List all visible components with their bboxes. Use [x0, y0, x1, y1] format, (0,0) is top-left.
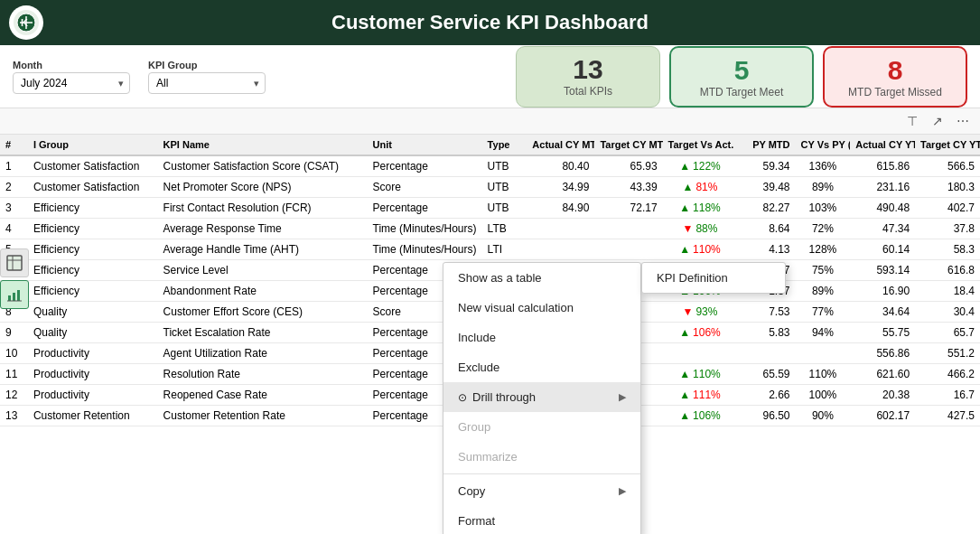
cell-unit: Score — [368, 177, 482, 198]
col-header-target-cy-mtd: Target CY MTD — [594, 135, 662, 155]
cell-name: Service Level — [158, 260, 368, 281]
context-menu-show-as-table[interactable]: Show as a table — [443, 263, 640, 293]
cell-vs: ▲ 111% — [663, 385, 738, 406]
cell-actual-cy-ytd: 20.38 — [850, 385, 915, 406]
cell-actual-cy-ytd: 490.48 — [850, 198, 915, 219]
cell-actual-cy-mtd — [527, 219, 594, 239]
cell-group: Productivity — [28, 343, 158, 364]
cell-cy-vs-py: 90% — [796, 406, 851, 426]
context-menu-exclude[interactable]: Exclude — [443, 352, 640, 382]
month-select[interactable]: July 2024 — [13, 72, 130, 94]
kpi-card-total: 13 Total KPIs — [516, 46, 660, 108]
month-select-wrapper[interactable]: July 2024 — [13, 72, 130, 94]
cell-num: 2 — [0, 177, 28, 198]
cell-vs: ▲ 110% — [663, 239, 738, 260]
col-header-type: Type — [482, 135, 527, 155]
cell-target-cy-mtd: 72.17 — [594, 198, 662, 219]
kpi-group-select[interactable]: All — [148, 72, 266, 94]
context-menu-format[interactable]: Format — [443, 506, 640, 534]
cell-target-cy-ytd: 16.7 — [915, 385, 980, 406]
filter-toolbar-icon[interactable]: ⊤ — [902, 111, 922, 131]
svg-rect-9 — [17, 290, 20, 301]
cell-actual-cy-mtd: 34.99 — [527, 177, 594, 198]
cell-vs: ▲ 106% — [663, 406, 738, 426]
cell-group: Efficiency — [28, 239, 158, 260]
table-row[interactable]: 5 Efficiency Average Handle Time (AHT) T… — [0, 239, 980, 260]
cell-actual-cy-ytd: 34.64 — [850, 302, 915, 323]
cell-cy-vs-py: 72% — [796, 219, 851, 239]
cell-target-cy-ytd: 30.4 — [915, 302, 980, 323]
col-header-unit: Unit — [368, 135, 482, 155]
cell-target-cy-ytd: 180.3 — [915, 177, 980, 198]
cell-py-mtd: 2.66 — [737, 385, 795, 406]
table-row[interactable]: 4 Efficiency Average Response Time Time … — [0, 219, 980, 239]
cell-name: Resolution Rate — [158, 364, 368, 385]
cell-actual-cy-mtd — [527, 239, 594, 260]
col-header-cy-vs-py: CY Vs PY (MTD) — [796, 135, 851, 155]
cell-name: First Contact Resolution (FCR) — [158, 198, 368, 219]
table-row[interactable]: 1 Customer Satisfaction Customer Satisfa… — [0, 155, 980, 177]
cell-target-cy-ytd: 58.3 — [915, 239, 980, 260]
cell-name: Customer Retention Rate — [158, 406, 368, 426]
side-icon-table[interactable] — [0, 248, 29, 277]
context-menu-include[interactable]: Include — [443, 323, 640, 352]
context-menu-drill-through[interactable]: ⊙Drill through ▶ — [443, 382, 640, 412]
kpi-group-label: KPI Group — [148, 60, 266, 70]
cell-name: Reopened Case Rate — [158, 385, 368, 406]
cell-group: Efficiency — [28, 281, 158, 302]
side-icon-chart[interactable] — [0, 280, 29, 309]
kpi-card-missed: 8 MTD Target Missed — [823, 46, 967, 108]
col-header-target-ytd: Target CY YTD — [915, 135, 980, 155]
cell-num: 4 — [0, 219, 28, 239]
cell-cy-vs-py: 94% — [796, 323, 851, 343]
cell-group: Customer Satisfaction — [28, 155, 158, 177]
copy-arrow: ▶ — [619, 485, 626, 497]
cell-num: 11 — [0, 364, 28, 385]
export-toolbar-icon[interactable]: ↗ — [928, 111, 947, 131]
kpi-card-meet: 5 MTD Target Meet — [669, 46, 814, 108]
cell-num: 1 — [0, 155, 28, 177]
context-menu[interactable]: Show as a table New visual calculation I… — [443, 262, 641, 534]
cell-cy-vs-py: 136% — [796, 155, 851, 177]
cell-group: Quality — [28, 302, 158, 323]
kpi-group-select-wrapper[interactable]: All — [148, 72, 266, 94]
cell-py-mtd: 39.48 — [737, 177, 795, 198]
cell-name: Ticket Escalation Rate — [158, 323, 368, 343]
table-row[interactable]: 2 Customer Satisfaction Net Promoter Sco… — [0, 177, 980, 198]
svg-rect-7 — [8, 295, 11, 301]
more-toolbar-icon[interactable]: ⋯ — [953, 111, 973, 131]
cell-actual-cy-ytd: 615.86 — [850, 155, 915, 177]
cell-target-cy-ytd: 566.5 — [915, 155, 980, 177]
cell-type: UTB — [482, 198, 527, 219]
cell-actual-cy-ytd: 556.86 — [850, 343, 915, 364]
cell-vs: ▼ 88% — [663, 219, 738, 239]
page-title: Customer Service KPI Dashboard — [331, 11, 649, 34]
context-menu-copy[interactable]: Copy ▶ — [443, 476, 640, 506]
kpi-meet-number: 5 — [689, 55, 794, 86]
cell-cy-vs-py — [796, 343, 851, 364]
cell-type: UTB — [482, 155, 527, 177]
cell-name: Customer Effort Score (CES) — [158, 302, 368, 323]
cell-py-mtd: 96.50 — [737, 406, 795, 426]
kpi-missed-number: 8 — [843, 55, 947, 86]
header: K Customer Service KPI Dashboard — [0, 0, 980, 45]
cell-target-cy-ytd: 551.2 — [915, 343, 980, 364]
submenu-kpi-definition[interactable]: KPI Definition — [642, 263, 785, 293]
svg-rect-8 — [13, 293, 15, 301]
kpi-meet-label: MTD Target Meet — [689, 86, 794, 98]
cell-target-cy-ytd: 616.8 — [915, 260, 980, 281]
cell-vs: ▼ 93% — [663, 302, 738, 323]
cell-group: Efficiency — [28, 219, 158, 239]
cell-py-mtd: 59.34 — [737, 155, 795, 177]
cell-name: Agent Utilization Rate — [158, 343, 368, 364]
table-row[interactable]: 3 Efficiency First Contact Resolution (F… — [0, 198, 980, 219]
drill-through-submenu[interactable]: KPI Definition — [641, 262, 786, 294]
cell-actual-cy-ytd: 60.14 — [850, 239, 915, 260]
cell-num: 13 — [0, 406, 28, 426]
cell-type: LTI — [482, 239, 527, 260]
col-header-actual-cy-mtd: Actual CY MTD — [527, 135, 594, 155]
context-menu-new-visual-calc[interactable]: New visual calculation — [443, 293, 640, 323]
cell-target-cy-ytd: 402.7 — [915, 198, 980, 219]
cell-unit: Time (Minutes/Hours) — [368, 219, 482, 239]
cell-target-cy-ytd: 427.5 — [915, 406, 980, 426]
